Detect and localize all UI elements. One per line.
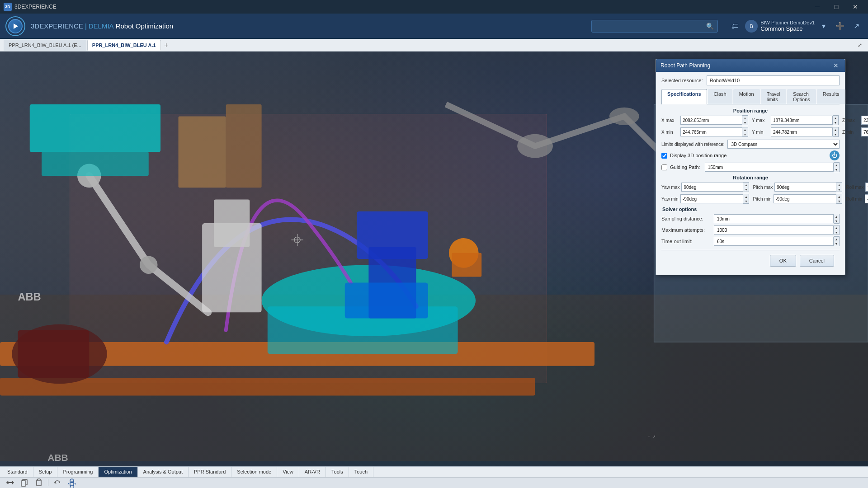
tab-search-options[interactable]: Search Options xyxy=(787,89,816,104)
user-avatar[interactable]: B xyxy=(745,20,758,33)
maxattempts-down[interactable]: ▼ xyxy=(834,230,839,235)
share-icon[interactable]: ↗ xyxy=(850,20,863,33)
yawmin-down[interactable]: ▼ xyxy=(743,199,749,203)
resource-label: Selected resource: xyxy=(661,78,703,83)
xmin-input[interactable] xyxy=(680,127,742,136)
search-input[interactable] xyxy=(595,23,706,29)
dialog-close-button[interactable]: ✕ xyxy=(831,61,840,70)
resource-row: Selected resource: xyxy=(661,75,840,85)
maxattempts-up[interactable]: ▲ xyxy=(834,225,839,230)
limits-row: Limits displayed with reference: 3D Comp… xyxy=(661,140,840,149)
ymax-down[interactable]: ▼ xyxy=(833,120,838,125)
yawmin-input[interactable] xyxy=(680,194,743,203)
user-dropdown-icon[interactable]: ▾ xyxy=(817,20,830,33)
tab-optimization[interactable]: Optimization xyxy=(99,467,137,477)
svg-line-40 xyxy=(75,483,76,484)
tab-tools[interactable]: Tools xyxy=(326,467,349,477)
position-range-grid: X max ▲ ▼ Y max ▲ ▼ xyxy=(661,115,840,137)
resource-input[interactable] xyxy=(707,75,840,85)
xmin-up[interactable]: ▲ xyxy=(742,127,748,132)
guiding-path-checkbox[interactable] xyxy=(661,164,667,170)
svg-rect-32 xyxy=(21,481,26,486)
close-button[interactable]: ✕ xyxy=(846,0,864,14)
xmax-down[interactable]: ▼ xyxy=(742,120,748,125)
ymin-input[interactable] xyxy=(771,127,833,136)
toolbar-item-2[interactable] xyxy=(18,478,31,487)
rollmax-input[interactable] xyxy=(865,183,868,192)
rollmin-input[interactable] xyxy=(865,194,868,203)
timeout-input[interactable] xyxy=(714,237,834,246)
toolbar-item-1[interactable] xyxy=(4,478,16,487)
tab-programming[interactable]: Programming xyxy=(57,467,99,477)
ymin-up[interactable]: ▲ xyxy=(833,127,838,132)
power-button[interactable]: ⏻ xyxy=(830,150,840,160)
toolbar-item-3[interactable] xyxy=(33,478,45,487)
tab-touch[interactable]: Touch xyxy=(349,467,373,477)
timeout-up[interactable]: ▲ xyxy=(834,237,839,241)
tab-active[interactable]: PPR_LRN4_BIW_BLEU A.1 xyxy=(87,40,161,51)
sampling-up[interactable]: ▲ xyxy=(834,214,839,219)
toolbar-item-undo[interactable] xyxy=(51,478,64,487)
fullscreen-button[interactable]: ⤢ xyxy=(855,41,864,50)
tab-add-button[interactable]: + xyxy=(162,41,171,50)
maximize-button[interactable]: □ xyxy=(827,0,845,14)
zmin-input[interactable] xyxy=(861,127,868,136)
tab-travel-limits[interactable]: Travel limits xyxy=(761,89,786,104)
brand-name: 3DEXPERIENCE xyxy=(31,22,83,30)
sampling-input-wrap: ▲ ▼ xyxy=(714,214,840,224)
sampling-down[interactable]: ▼ xyxy=(834,219,839,223)
app-logo xyxy=(5,16,25,36)
yawmax-input[interactable] xyxy=(681,183,743,192)
pitchmax-input[interactable] xyxy=(774,183,836,192)
toolbar-item-robot[interactable] xyxy=(66,478,78,487)
pitchmin-down[interactable]: ▼ xyxy=(836,199,842,203)
timeout-down[interactable]: ▼ xyxy=(834,241,839,246)
tab-inactive[interactable]: PPR_LRN4_BIW_BLEU A.1 (E... xyxy=(4,40,86,51)
zmax-input[interactable] xyxy=(861,116,868,125)
ok-button[interactable]: OK xyxy=(770,255,796,267)
yawmax-label: Yaw max xyxy=(661,185,679,190)
guiding-path-input[interactable] xyxy=(705,163,834,172)
pitchmin-input[interactable] xyxy=(774,194,837,203)
play-button[interactable] xyxy=(8,19,23,33)
yawmax-up[interactable]: ▲ xyxy=(743,183,749,187)
tab-analysis-output[interactable]: Analysis & Output xyxy=(138,467,189,477)
yawmin-up[interactable]: ▲ xyxy=(743,194,749,199)
sampling-input[interactable] xyxy=(714,214,834,223)
pitchmax-down[interactable]: ▼ xyxy=(836,187,842,192)
pitchmax-up[interactable]: ▲ xyxy=(836,183,842,187)
guiding-down[interactable]: ▼ xyxy=(834,167,839,172)
tab-results[interactable]: Results xyxy=(817,89,845,104)
tab-specifications[interactable]: Specifications xyxy=(661,89,707,104)
xmin-field: X min ▲ ▼ xyxy=(661,127,748,137)
tab-ar-vr[interactable]: AR-VR xyxy=(299,467,326,477)
search-bar[interactable]: 🔍 xyxy=(591,20,718,33)
add-icon[interactable]: ➕ xyxy=(834,20,846,33)
limits-select[interactable]: 3D Compass xyxy=(727,140,840,149)
cancel-button[interactable]: Cancel xyxy=(800,255,834,267)
tab-ppr-standard[interactable]: PPR Standard xyxy=(189,467,231,477)
tab-active-label: PPR_LRN4_BIW_BLEU A.1 xyxy=(92,42,156,48)
tab-standard[interactable]: Standard xyxy=(2,467,33,477)
tab-selection-mode[interactable]: Selection mode xyxy=(231,467,277,477)
bookmark-icon[interactable]: 🏷 xyxy=(729,20,741,33)
ymax-up[interactable]: ▲ xyxy=(833,116,838,120)
pitchmax-label: Pitch max xyxy=(753,185,773,190)
minimize-button[interactable]: ─ xyxy=(808,0,826,14)
ymax-input[interactable] xyxy=(771,116,833,125)
search-icon[interactable]: 🔍 xyxy=(706,23,714,30)
xmin-down[interactable]: ▼ xyxy=(742,132,748,136)
tab-motion[interactable]: Motion xyxy=(733,89,760,104)
svg-rect-38 xyxy=(71,481,73,483)
ymin-down[interactable]: ▼ xyxy=(833,132,838,136)
tab-clash[interactable]: Clash xyxy=(708,89,732,104)
display-3d-checkbox[interactable] xyxy=(661,153,667,159)
tab-view[interactable]: View xyxy=(277,467,299,477)
xmax-up[interactable]: ▲ xyxy=(742,116,748,120)
xmax-input[interactable] xyxy=(680,116,742,125)
tab-setup[interactable]: Setup xyxy=(33,467,58,477)
pitchmin-up[interactable]: ▲ xyxy=(836,194,842,199)
yawmax-down[interactable]: ▼ xyxy=(743,187,749,192)
guiding-up[interactable]: ▲ xyxy=(834,163,839,167)
maxattempts-input[interactable] xyxy=(714,225,834,235)
